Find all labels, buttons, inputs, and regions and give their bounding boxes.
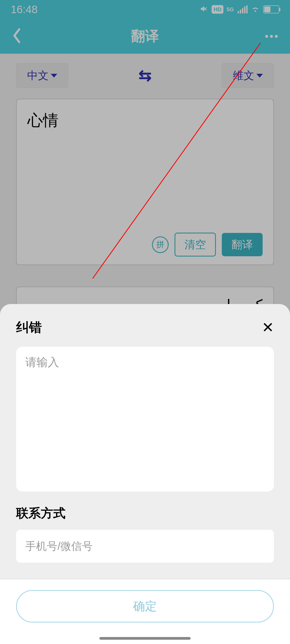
feedback-sheet: 纠错 ✕ 请输入 联系方式 手机号/微信号 确定 (0, 304, 290, 644)
sheet-title: 纠错 (16, 319, 42, 336)
close-button[interactable]: ✕ (262, 319, 274, 336)
contact-input[interactable]: 手机号/微信号 (16, 530, 274, 563)
sheet-header: 纠错 ✕ (0, 304, 290, 347)
sheet-footer: 确定 (0, 579, 290, 644)
feedback-textarea[interactable]: 请输入 (16, 347, 274, 492)
home-indicator[interactable] (99, 637, 191, 640)
confirm-button[interactable]: 确定 (16, 590, 274, 623)
contact-label: 联系方式 (0, 492, 290, 530)
